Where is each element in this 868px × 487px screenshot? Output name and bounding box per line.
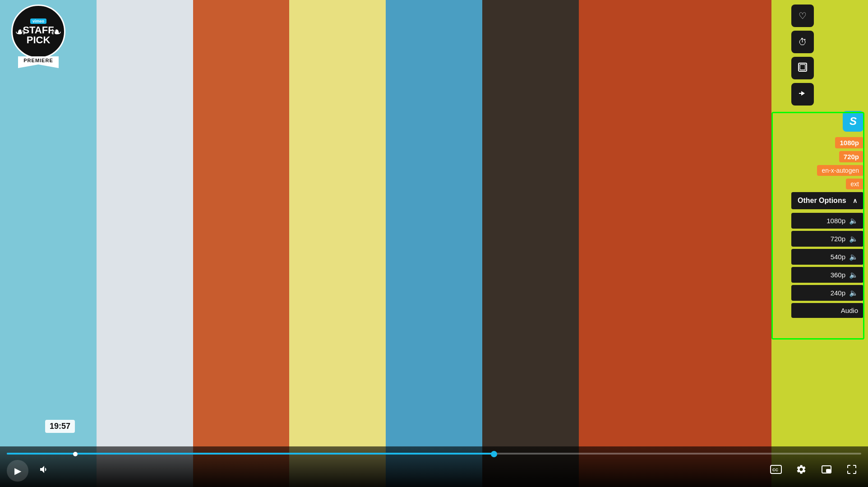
- cc-button[interactable]: CC: [766, 461, 785, 480]
- other-options-label: Other Options: [798, 197, 846, 205]
- other-options-toggle[interactable]: Other Options ∧: [791, 192, 863, 209]
- option-540p[interactable]: 540p 🔈: [791, 249, 863, 265]
- svg-rect-1: [800, 64, 805, 70]
- clock-icon: ⏱: [798, 37, 807, 47]
- option-360p[interactable]: 360p 🔈: [791, 267, 863, 283]
- settings-button[interactable]: [792, 461, 811, 480]
- pip-icon: [821, 464, 832, 478]
- speaker-720p-icon: 🔈: [849, 234, 858, 243]
- progress-playhead: [491, 451, 497, 457]
- chevron-up-icon: ∧: [853, 197, 857, 204]
- watch-later-button[interactable]: ⏱: [791, 31, 814, 53]
- speaker-1080p-icon: 🔈: [849, 216, 858, 225]
- quality-1080p-button[interactable]: 1080p: [835, 137, 863, 148]
- option-540p-label: 540p: [831, 253, 845, 261]
- play-button[interactable]: ▶: [7, 460, 28, 482]
- bar-1: [0, 0, 97, 487]
- caption-en-autogen-button[interactable]: en-x-autogen: [817, 165, 863, 176]
- arrow-icon: [798, 88, 808, 101]
- staff-pick-title: STAFF PICK: [23, 25, 54, 45]
- settings-icon: [796, 464, 807, 478]
- staff-pick-badge: ☙ ☙ vimeo STAFF PICK PREMIERE: [9, 5, 68, 67]
- bar-4: [289, 0, 386, 487]
- bar-3: [193, 0, 290, 487]
- cc-icon: CC: [770, 465, 782, 477]
- bar-6: [482, 0, 579, 487]
- expanded-options: 1080p 🔈 720p 🔈 540p 🔈 360p 🔈 240p 🔈 Audi…: [791, 212, 863, 318]
- controls-row: ▶ CC: [7, 460, 861, 482]
- svg-rect-6: [826, 469, 830, 472]
- fullscreen-icon: [846, 464, 857, 478]
- progress-marker: [73, 452, 78, 456]
- quality-720p-button[interactable]: 720p: [839, 151, 863, 162]
- bar-5: [386, 0, 482, 487]
- bar-8: [675, 0, 771, 487]
- video-area: [0, 0, 868, 487]
- layers-icon: [798, 62, 808, 74]
- volume-button[interactable]: [35, 461, 54, 480]
- heart-icon: ♡: [799, 10, 807, 21]
- speaker-240p-icon: 🔈: [849, 289, 858, 297]
- progress-fill: [7, 453, 494, 455]
- audio-option[interactable]: Audio: [791, 303, 863, 318]
- caption-ext-button[interactable]: ext: [846, 179, 863, 189]
- fullscreen-button[interactable]: [842, 461, 861, 480]
- audio-label: Audio: [841, 307, 858, 314]
- heart-button[interactable]: ♡: [791, 5, 814, 27]
- laurel-left-icon: ☙: [15, 24, 26, 39]
- option-720p-label: 720p: [831, 235, 845, 243]
- option-360p-label: 360p: [831, 271, 845, 279]
- s-icon: S: [850, 115, 857, 128]
- laurel-right-icon: ☙: [51, 24, 62, 39]
- pip-button[interactable]: [817, 461, 836, 480]
- staff-pick-circle: ☙ ☙ vimeo STAFF PICK: [11, 5, 65, 59]
- speaker-540p-icon: 🔈: [849, 253, 858, 261]
- option-240p[interactable]: 240p 🔈: [791, 285, 863, 301]
- vimeo-logo: vimeo: [30, 18, 46, 24]
- svg-text:CC: CC: [772, 468, 778, 472]
- speaker-360p-icon: 🔈: [849, 271, 858, 279]
- share-button[interactable]: [791, 83, 814, 106]
- play-icon: ▶: [14, 465, 21, 476]
- video-timestamp: 19:57: [45, 420, 75, 433]
- option-240p-label: 240p: [831, 289, 845, 297]
- color-bars: [0, 0, 868, 487]
- option-1080p[interactable]: 1080p 🔈: [791, 213, 863, 229]
- skipcable-button[interactable]: S: [843, 111, 863, 132]
- progress-bar[interactable]: [7, 453, 861, 455]
- option-720p[interactable]: 720p 🔈: [791, 231, 863, 247]
- volume-icon: [39, 464, 50, 478]
- bar-2: [97, 0, 193, 487]
- premiere-banner: PREMIERE: [18, 56, 59, 64]
- bar-7: [579, 0, 675, 487]
- controls-bar: ▶ CC: [0, 446, 868, 487]
- collections-button[interactable]: [791, 57, 814, 79]
- option-1080p-label: 1080p: [826, 217, 845, 225]
- right-sidebar: ♡ ⏱ S 1080p 720p en-x-autogen ext: [791, 5, 863, 318]
